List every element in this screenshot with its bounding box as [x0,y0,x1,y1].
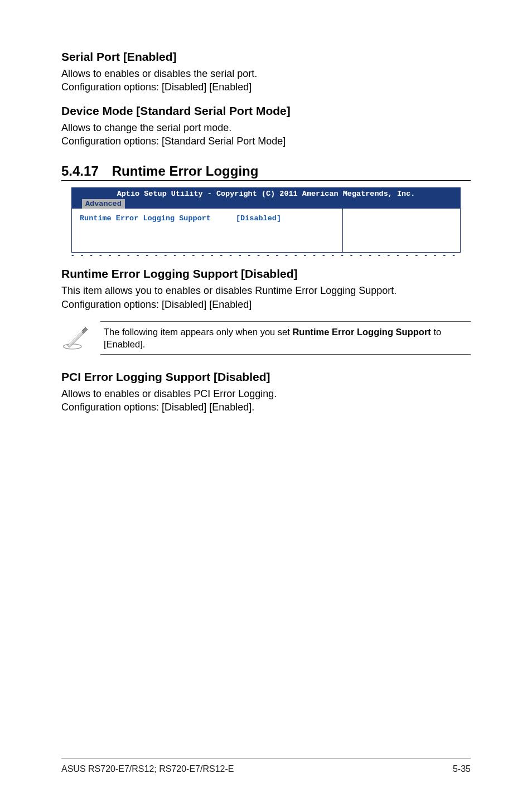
runtime-support-line2: Configuration options: [Disabled] [Enabl… [61,299,252,310]
note-bold: Runtime Error Logging Support [292,327,431,337]
note-text: The following item appears only when you… [104,326,471,351]
bios-setting-label: Runtime Error Logging Support [80,214,236,223]
device-mode-line2: Configuration options: [Standard Serial … [61,136,286,147]
bios-screenshot: Aptio Setup Utility - Copyright (C) 2011… [71,187,461,253]
device-mode-heading: Device Mode [Standard Serial Port Mode] [61,104,471,118]
bios-bottom-border: ----------------------------------------… [71,253,461,257]
note-prefix: The following item appears only when you… [104,327,292,337]
runtime-section-heading: 5.4.17Runtime Error Logging [61,163,471,179]
serial-port-line2: Configuration options: [Disabled] [Enabl… [61,81,252,93]
page-footer: ASUS RS720-E7/RS12; RS720-E7/RS12-E 5-35 [61,758,471,774]
serial-port-line1: Allows to enables or disables the serial… [61,68,257,79]
device-mode-text: Allows to change the serial port mode. C… [61,121,471,148]
bios-header: Aptio Setup Utility - Copyright (C) 2011… [72,188,460,209]
svg-line-1 [69,331,83,344]
bios-title: Aptio Setup Utility - Copyright (C) 2011… [72,189,460,199]
pci-error-line1: Allows to enables or disables PCI Error … [61,388,277,399]
note-box: The following item appears only when you… [61,321,471,355]
bios-left-panel: Runtime Error Logging Support [Disabled] [72,209,343,252]
serial-port-heading: Serial Port [Enabled] [61,50,471,64]
pci-error-heading: PCI Error Logging Support [Disabled] [61,370,471,384]
device-mode-line1: Allows to change the serial port mode. [61,122,231,133]
pci-error-line2: Configuration options: [Disabled] [Enabl… [61,402,254,413]
pci-error-text: Allows to enables or disables PCI Error … [61,387,471,414]
runtime-section-title: Runtime Error Logging [112,163,259,178]
runtime-support-line1: This item allows you to enables or disab… [61,285,396,296]
bios-tab-row: Advanced [72,199,460,209]
footer-right: 5-35 [453,764,471,774]
bios-right-panel [343,209,460,252]
runtime-support-text: This item allows you to enables or disab… [61,284,471,311]
bios-body: Runtime Error Logging Support [Disabled] [72,209,460,252]
footer-left: ASUS RS720-E7/RS12; RS720-E7/RS12-E [61,764,234,774]
note-bottom-rule [100,354,471,355]
bios-tab-advanced: Advanced [82,199,125,209]
bios-setting-value: [Disabled] [236,214,281,223]
bios-setting-row: Runtime Error Logging Support [Disabled] [80,214,337,223]
pen-note-icon [61,325,91,351]
runtime-section-number: 5.4.17 [61,163,99,179]
serial-port-text: Allows to enables or disables the serial… [61,67,471,94]
runtime-support-heading: Runtime Error Logging Support [Disabled] [61,267,471,281]
